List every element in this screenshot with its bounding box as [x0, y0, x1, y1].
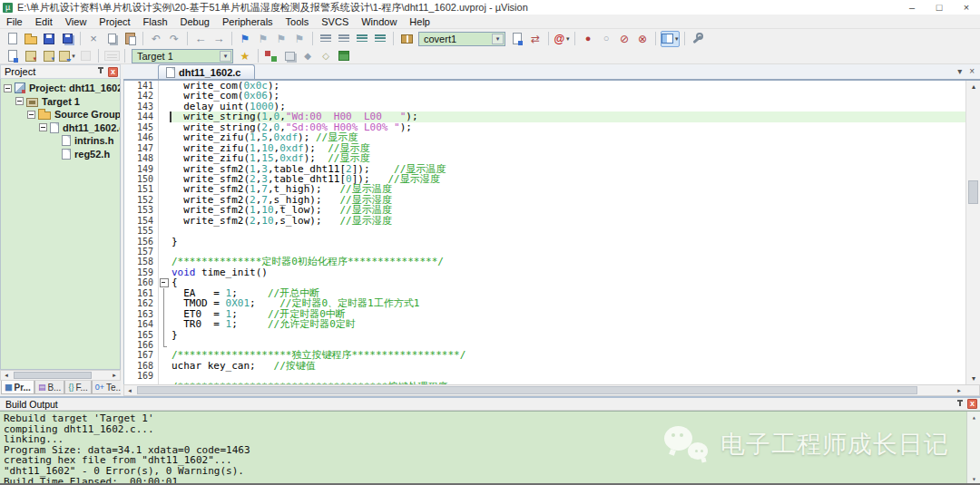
- code-text[interactable]: [170, 371, 980, 381]
- translate-button[interactable]: [5, 48, 21, 64]
- download-button[interactable]: [103, 48, 120, 64]
- window-layout-button[interactable]: ▾: [661, 31, 680, 47]
- scroll-up-icon[interactable]: ▴: [967, 413, 980, 422]
- line-number[interactable]: 142: [124, 91, 159, 101]
- tab-list-dropdown-icon[interactable]: ▾: [957, 66, 962, 76]
- code-line-164[interactable]: 164 TR0 = 1; //允许定时器0定时: [124, 319, 980, 329]
- line-number[interactable]: 144: [124, 112, 159, 121]
- scroll-right-icon[interactable]: ▸: [109, 371, 120, 380]
- expander-icon[interactable]: [4, 84, 12, 92]
- build-v-scrollbar[interactable]: ▴ ▾: [966, 412, 980, 485]
- dropdown-arrow-icon[interactable]: ▾: [72, 53, 75, 60]
- maximize-button[interactable]: □: [926, 0, 953, 15]
- stop-build-button[interactable]: [77, 48, 93, 64]
- tree-item-dht11-1602-c[interactable]: dht11_1602.c: [1, 121, 120, 135]
- scroll-thumb[interactable]: [14, 372, 92, 379]
- dropdown-arrow-icon[interactable]: ▾: [566, 35, 570, 43]
- books-tab[interactable]: ▤B...: [34, 381, 65, 394]
- undo-button[interactable]: ↶: [148, 31, 164, 47]
- line-number[interactable]: 145: [124, 122, 159, 132]
- scroll-up-icon[interactable]: ▴: [966, 82, 980, 91]
- code-text[interactable]: [170, 226, 980, 236]
- new-file-button[interactable]: [5, 31, 21, 47]
- project-tree[interactable]: Project: dht11_1602Target 1Source Group …: [0, 79, 121, 370]
- menu-file[interactable]: File: [0, 15, 29, 28]
- pin-icon[interactable]: [97, 67, 105, 76]
- code-line-155[interactable]: 155: [124, 226, 980, 236]
- navigate-forward-button[interactable]: →: [211, 31, 227, 47]
- close-button[interactable]: ×: [953, 0, 980, 15]
- dropdown-arrow-icon[interactable]: ▾: [675, 35, 679, 43]
- code-line-165[interactable]: 165}: [124, 330, 980, 340]
- code-line-168[interactable]: 168uchar key_can; //按键值: [124, 361, 980, 371]
- line-number[interactable]: 167: [124, 350, 159, 360]
- rebuild-button[interactable]: [41, 48, 57, 64]
- batch-build-button[interactable]: ▾: [59, 48, 75, 64]
- scroll-left-icon[interactable]: ◂: [124, 386, 135, 395]
- comment-button[interactable]: [354, 31, 370, 47]
- build-button[interactable]: [23, 48, 39, 64]
- scroll-down-icon[interactable]: ▾: [966, 374, 980, 383]
- tree-item-intrins-h[interactable]: intrins.h: [1, 134, 120, 148]
- line-number[interactable]: 154: [124, 216, 159, 226]
- code-text[interactable]: /**************定时器0初始化程序***************/: [170, 257, 980, 267]
- code-line-169[interactable]: 169: [124, 371, 980, 381]
- code-editor[interactable]: 141 write_com(0x0c);142 write_com(0x06);…: [123, 81, 980, 384]
- target-select[interactable]: Target 1▾: [132, 49, 233, 63]
- tree-item-project-dht11-1602[interactable]: Project: dht11_1602: [1, 82, 120, 95]
- clear-bookmarks-button[interactable]: ⚑: [291, 31, 308, 47]
- copy-button[interactable]: [103, 31, 120, 47]
- line-number[interactable]: 149: [124, 164, 159, 174]
- line-number[interactable]: 151: [124, 184, 159, 194]
- save-all-button[interactable]: [59, 31, 75, 47]
- code-line-154[interactable]: 154 write_sfm2(2,10,s_low); //显示湿度: [124, 216, 980, 226]
- breakpoint-button[interactable]: ●: [580, 31, 596, 47]
- line-number[interactable]: 160: [124, 277, 159, 287]
- menu-edit[interactable]: Edit: [29, 15, 59, 28]
- line-number[interactable]: 161: [124, 288, 159, 298]
- line-number[interactable]: 164: [124, 319, 159, 329]
- line-number[interactable]: 163: [124, 309, 159, 319]
- line-number[interactable]: 156: [124, 237, 159, 247]
- tree-item-reg52-h[interactable]: reg52.h: [1, 148, 120, 161]
- flash-download-button[interactable]: ◆: [299, 48, 316, 64]
- line-number[interactable]: 158: [124, 257, 159, 267]
- code-text[interactable]: write_com(0x06);: [170, 91, 980, 101]
- editor-v-scrollbar[interactable]: ▴ ▾: [965, 81, 980, 384]
- menu-debug[interactable]: Debug: [174, 15, 216, 28]
- line-number[interactable]: 148: [124, 153, 159, 163]
- code-text[interactable]: }: [170, 330, 980, 340]
- flash-erase-button[interactable]: ◇: [318, 48, 334, 64]
- indent-button[interactable]: [318, 31, 334, 47]
- menu-view[interactable]: View: [59, 15, 93, 28]
- incremental-find-button[interactable]: ⇄: [527, 31, 544, 47]
- configure-button[interactable]: [690, 31, 706, 47]
- tree-item-target-1[interactable]: Target 1: [1, 95, 120, 109]
- code-line-156[interactable]: 156}: [124, 237, 980, 247]
- code-line-159[interactable]: 159void time_init(): [124, 267, 980, 277]
- line-number[interactable]: 141: [124, 81, 159, 91]
- navigate-back-button[interactable]: ←: [192, 31, 209, 47]
- outdent-button[interactable]: [336, 31, 352, 47]
- redo-button[interactable]: ↷: [166, 31, 182, 47]
- expander-icon[interactable]: [15, 97, 24, 105]
- menu-svcs[interactable]: SVCS: [315, 15, 355, 28]
- functions-tab[interactable]: {}F...: [64, 381, 91, 394]
- code-text[interactable]: write_com(0x0c);: [170, 81, 980, 91]
- chevron-down-icon[interactable]: ▾: [492, 34, 504, 44]
- save-button[interactable]: [41, 31, 57, 47]
- cut-button[interactable]: ×: [85, 31, 102, 47]
- expander-icon[interactable]: [39, 123, 47, 131]
- scroll-down-icon[interactable]: ▾: [967, 475, 980, 483]
- line-number[interactable]: 150: [124, 174, 159, 184]
- project-h-scrollbar[interactable]: ◂ ▸: [0, 370, 121, 381]
- line-number[interactable]: 168: [124, 361, 159, 371]
- line-number[interactable]: 169: [124, 371, 159, 381]
- line-number[interactable]: 147: [124, 143, 159, 153]
- code-text[interactable]: void time_init(): [170, 267, 980, 277]
- project-tab[interactable]: ▦Pr...: [1, 381, 34, 394]
- menu-project[interactable]: Project: [93, 15, 136, 28]
- file-extensions-button[interactable]: [281, 48, 298, 64]
- line-number[interactable]: 155: [124, 226, 159, 236]
- menu-flash[interactable]: Flash: [137, 15, 174, 28]
